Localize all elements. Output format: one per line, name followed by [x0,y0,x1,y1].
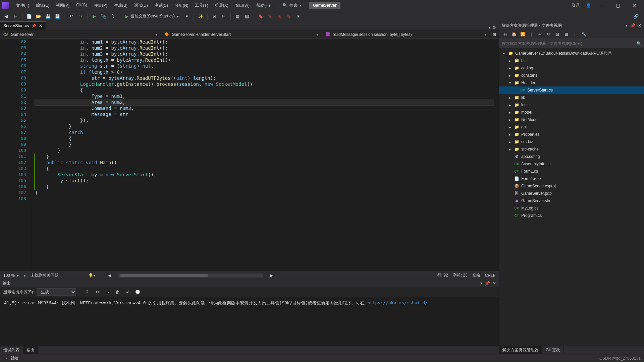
tree-node[interactable]: C#Form1.cs [499,168,644,175]
bookmark-icon[interactable]: 🔖 [257,12,265,20]
output-clear-icon[interactable]: 🗑 [114,288,121,296]
solution-name-display[interactable]: GameServer [309,2,341,9]
bookmark-next-icon[interactable]: 🔖 [275,12,283,20]
profile-icon[interactable]: 👤 [586,3,591,8]
expand-arrow-icon[interactable]: ▸ [508,125,512,129]
output-prev-icon[interactable]: ↤ [94,288,101,296]
zoom-selector[interactable]: 100 %▾ [3,273,19,278]
menu-item[interactable]: 调试(D) [131,1,151,10]
tree-node[interactable]: C#ServerStart.cs [499,86,644,94]
tree-node[interactable]: C#Program.cs [499,212,644,219]
close-button[interactable]: ✕ [628,3,641,8]
expand-arrow-icon[interactable]: ▸ [508,147,512,151]
attach-button[interactable]: 📎 [100,12,108,20]
tree-node[interactable]: ▸📁logic [499,101,644,109]
tab-dropdown-icon[interactable]: ▾ [488,25,490,30]
crumb-class[interactable]: 🔶 GameServer.Hnalder.ServerStart ▾ [161,30,322,39]
tree-node[interactable]: ▸📁src-biz [499,138,644,145]
tree-node[interactable]: ▸📁obj [499,123,644,131]
tab-solution-explorer[interactable]: 解决方案资源管理器 [499,346,542,354]
cursor-line[interactable]: 行: 92 [437,273,448,278]
editor-scrollbar[interactable] [494,39,499,272]
menu-item[interactable]: 测试(S) [151,1,171,10]
more-icon[interactable]: ▾ [294,12,302,20]
collapse-icon[interactable]: ⊟ [554,32,561,37]
editor-tab-active[interactable]: ServerStart.cs 📌 ✕ [0,21,46,30]
menu-item[interactable]: 文件(F) [13,1,33,10]
tree-node[interactable]: C#MyLog.cs [499,204,644,212]
output-window-icon[interactable]: ▭ [3,356,7,361]
tab-settings-icon[interactable]: ⚙ [492,25,496,30]
home-icon[interactable]: ◎ [502,32,508,37]
menu-item[interactable]: 项目(P) [91,1,111,10]
run-target-dropdown[interactable]: ▶ 当前文档(ServerStart.cs) ▾ [123,13,181,20]
save-all-button[interactable]: 💾 [53,12,61,20]
crumb-project[interactable]: C# GameServer ▾ [0,30,161,39]
tab-output[interactable]: 输出 [23,346,38,354]
output-wrap-icon[interactable]: ↲ [124,288,131,296]
switch-views-icon[interactable]: 🔀 [519,32,526,37]
redo-button[interactable]: ↷ [76,12,85,20]
expand-arrow-icon[interactable]: ▸ [508,66,512,70]
tree-node[interactable]: C#AssemblyInfo.cs [499,160,644,168]
bookmark-prev-icon[interactable]: 🔖 [266,12,274,20]
tree-node[interactable]: 📄Form1.resx [499,175,644,182]
expand-arrow-icon[interactable]: ▾ [508,81,512,85]
refresh-icon[interactable]: ⟳ [545,32,552,37]
output-link[interactable]: https://aka.ms/msbuild/ [367,300,428,305]
undo-button[interactable]: ↶ [67,12,75,20]
pin-panel-icon[interactable]: 📌 [630,23,635,28]
tree-node[interactable]: ▸📁bin [499,57,644,64]
expand-arrow-icon[interactable]: ▸ [508,140,512,144]
ai-assist-icon[interactable]: ✨ [197,12,205,20]
menu-item[interactable]: 视图(V) [53,1,73,10]
pin-panel-icon[interactable]: 📌 [485,281,490,286]
scroll-right-icon[interactable]: ▶ [270,273,273,278]
menu-item[interactable]: 窗口(W) [232,1,253,10]
live-share-icon[interactable]: 🔗 [632,12,640,20]
line-ending[interactable]: CRLF [485,273,495,278]
tree-node[interactable]: ⚙app.config [499,153,644,160]
output-text[interactable]: 41,5): error MSB3644: 找不到 .NETFramework,… [0,297,499,346]
search-icon[interactable]: 🔍 [636,41,641,46]
pin-icon[interactable]: 📌 [32,24,36,28]
expand-arrow-icon[interactable]: ▸ [508,59,512,63]
tab-git-changes[interactable]: Git 更改 [542,346,564,354]
chevron-down-icon[interactable]: ▾ [626,23,628,28]
tree-node[interactable]: ◆GameServer.sln [499,197,644,204]
crumb-method[interactable]: 🟪 readMessage(Session session, byte[] by… [322,30,490,39]
expand-arrow-icon[interactable]: ▾ [502,52,506,55]
quick-search[interactable]: 🔍 搜索▾ [278,3,302,8]
open-file-button[interactable]: 📂 [35,12,43,20]
fold-strip[interactable] [29,39,34,272]
expand-arrow-icon[interactable]: ▸ [508,103,512,107]
output-goto-icon[interactable]: ↧ [84,288,91,296]
menu-item[interactable]: Git(G) [73,1,91,10]
cursor-char[interactable]: 字符: 23 [453,273,468,278]
tree-node[interactable]: ▾📁Hnalder [499,79,644,86]
lightbulb-icon[interactable]: 💡▾ [88,273,95,278]
debug-config-button[interactable]: ▾ [183,12,191,20]
menu-item[interactable]: 编辑(E) [33,1,53,10]
sync-icon[interactable]: ↩ [537,32,543,37]
tree-node[interactable]: ▸📁NetModel [499,116,644,123]
close-tab-icon[interactable]: ✕ [39,23,42,28]
comment-out-icon[interactable]: ⎘ [210,12,218,20]
tab-error-list[interactable]: 错误列表 [0,346,23,354]
code-body[interactable]: int num1 = byteArray.ReadInt(); int num2… [34,39,499,272]
minimize-button[interactable]: — [594,3,608,8]
run-button[interactable]: ▶ [90,12,98,20]
code-editor[interactable]: 8283848586878889909192939495969798991001… [0,39,499,272]
expand-arrow-icon[interactable]: ▸ [508,118,512,122]
properties-icon[interactable]: 🔧 [580,32,587,37]
tree-node[interactable]: ▾📁GameServer (E:\BaiduNetdiskDownload\AR… [499,50,644,57]
uncomment-icon[interactable]: ⎘ [220,12,228,20]
menu-item[interactable]: 工具(T) [192,1,211,10]
tree-node[interactable]: ▸📁coding [499,64,644,72]
indent-mode[interactable]: 空格 [472,273,480,278]
maximize-button[interactable]: ▢ [611,3,625,8]
tree-node[interactable]: ▸📁lib [499,94,644,101]
chevron-down-icon[interactable]: ▾ [480,281,482,286]
expand-arrow-icon[interactable]: ▸ [508,74,512,77]
tree-node[interactable]: 🗄GameServer.pdb [499,190,644,197]
